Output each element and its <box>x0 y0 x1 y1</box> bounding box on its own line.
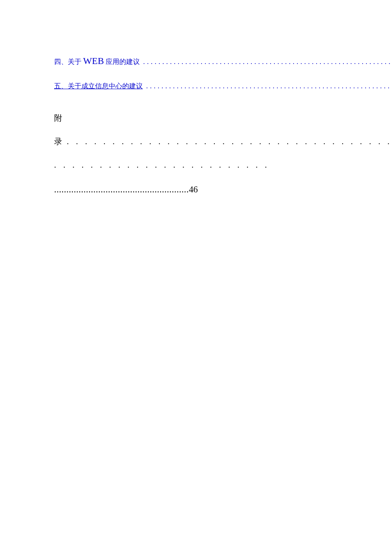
toc-dots <box>140 58 392 66</box>
toc-big-word: WEB <box>83 55 104 66</box>
toc-link-info-center[interactable]: 五、关于成立信息中心的建议 <box>54 82 143 91</box>
toc-link-web[interactable]: 四、关于 WEB 应用的建议 <box>54 55 140 67</box>
toc-prefix: 四、关于 <box>54 58 83 65</box>
appendix-page-number: 46 <box>189 184 198 195</box>
toc-entry-info-center[interactable]: 五、关于成立信息中心的建议 <box>54 82 392 91</box>
appendix-dots-line1: . . . . . . . . . . . . . . . . . . . . … <box>54 137 392 169</box>
toc-dots <box>143 82 392 90</box>
appendix-char-2: 录 <box>54 130 62 153</box>
toc-entry-web[interactable]: 四、关于 WEB 应用的建议 <box>54 55 392 67</box>
toc-suffix: 应用的建议 <box>104 58 140 65</box>
appendix-section: 附 录 . . . . . . . . . . . . . . . . . . … <box>54 106 392 203</box>
appendix-page-line: ........................................… <box>54 177 392 203</box>
appendix-dots-line2: ........................................… <box>54 184 189 195</box>
appendix-char-1: 附 <box>54 106 62 130</box>
document-page: 四、关于 WEB 应用的建议 五、关于成立信息中心的建议 附 录 . . . .… <box>0 0 392 203</box>
